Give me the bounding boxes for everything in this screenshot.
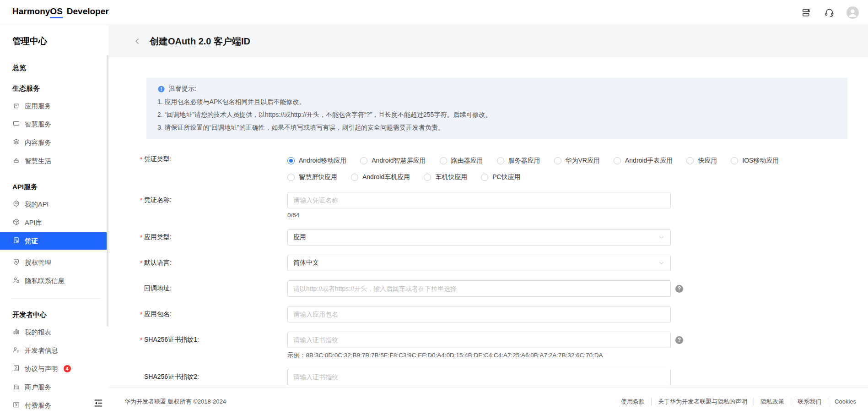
field-label-text: 回调地址: [144, 284, 172, 292]
developer-info-icon [12, 346, 20, 355]
sidebar-scrollbar[interactable] [107, 55, 108, 327]
help-icon[interactable]: ? [675, 285, 683, 293]
required-asterisk: * [140, 336, 142, 344]
brand-os: OS [50, 6, 62, 18]
sidebar-item-api-library[interactable]: API库 [12, 217, 108, 228]
radio-row-2: 智慧屏快应用 Android车机应用 车机快应用 PC快应用 [287, 166, 779, 183]
app-type-select[interactable]: 应用 [287, 229, 671, 246]
sidebar-item-label: 商户服务 [25, 383, 51, 392]
radio-label: Android车机应用 [362, 173, 410, 181]
fingerprint-example: 示例：8B:3C:0D:0C:32:B9:7B:7B:5E:F8:C3:9C:E… [287, 351, 683, 360]
sidebar-item-smart-services[interactable]: 智慧服务 [12, 119, 108, 130]
credential-name-input[interactable] [287, 192, 671, 208]
sidebar-item-smart-life[interactable]: 智慧生活 [12, 155, 108, 166]
info-icon [157, 85, 165, 93]
field-credential-name: * 凭证名称: 0/64 [140, 192, 847, 220]
sidebar-item-agreements[interactable]: 协议与声明 4 [12, 363, 108, 374]
sha256-fingerprint-1-input[interactable] [287, 332, 671, 348]
sidebar-item-my-reports[interactable]: 我的报表 [12, 327, 108, 338]
radio-circle [731, 157, 738, 164]
sidebar-section-eco: 生态服务 [12, 84, 108, 93]
main-content: 创建OAuth 2.0 客户端ID 温馨提示: 1. 应用包名必须与APK包名相… [108, 25, 868, 415]
svg-text:API: API [15, 202, 18, 205]
radio-circle [360, 157, 367, 164]
account-avatar[interactable] [846, 6, 859, 19]
radio-quick-app[interactable]: 快应用 [686, 157, 717, 165]
footer-link-privacy-policy[interactable]: 隐私政策 [754, 398, 791, 406]
radio-label: 快应用 [698, 157, 717, 165]
layers-icon [12, 138, 20, 147]
radio-android-tv-app[interactable]: Android智慧屏应用 [360, 157, 426, 165]
sidebar-item-app-services[interactable]: 应用服务 [12, 100, 108, 111]
radio-label: 路由器应用 [451, 157, 483, 165]
chevron-down-icon [658, 234, 665, 241]
package-name-input[interactable] [287, 306, 671, 322]
sidebar-item-label: 应用服务 [25, 102, 51, 110]
field-default-language: * 默认语言: 简体中文 [140, 255, 847, 271]
sidebar-item-label: 凭证 [25, 237, 38, 246]
field-label: * 默认语言: [140, 255, 287, 271]
radio-android-car-app[interactable]: Android车机应用 [351, 173, 410, 181]
credential-type-options: Android移动应用 Android智慧屏应用 路由器应用 服务器应用 华为V… [287, 151, 779, 183]
console-icon[interactable] [801, 7, 812, 18]
field-label-text: 凭证名称: [144, 196, 172, 203]
merchant-icon [12, 382, 20, 392]
screen-icon [12, 120, 20, 129]
page-title: 创建OAuth 2.0 客户端ID [150, 35, 250, 48]
callback-url-input[interactable] [287, 280, 671, 297]
select-value: 简体中文 [293, 259, 319, 267]
field-label: * 凭证类型: [140, 151, 287, 183]
footer-link-contact-us[interactable]: 联系我们 [791, 398, 828, 406]
radio-ios-mobile-app[interactable]: IOS移动应用 [731, 157, 779, 165]
radio-circle [287, 157, 295, 164]
notice-line: 3. 请保证所设置的“回调地址”的正确性，如果不填写或填写有误，则引起的安全问题… [157, 123, 836, 132]
top-header: HarmonyOSDeveloper [0, 0, 868, 25]
radio-circle [287, 174, 295, 181]
radio-label: Android移动应用 [299, 157, 346, 165]
sha256-fingerprint-2-input[interactable] [287, 369, 671, 385]
radio-android-mobile-app[interactable]: Android移动应用 [287, 157, 346, 165]
sidebar-section-dev: 开发者中心 [12, 311, 108, 319]
radio-tv-quick-app[interactable]: 智慧屏快应用 [287, 173, 337, 181]
radio-circle [614, 157, 621, 164]
footer-link-terms[interactable]: 使用条款 [615, 398, 651, 406]
sidebar-item-label: 内容服务 [25, 138, 51, 147]
sidebar-item-content-services[interactable]: 内容服务 [12, 137, 108, 148]
notice-header: 温馨提示: [157, 84, 836, 93]
sidebar-item-developer-info[interactable]: 开发者信息 [12, 345, 108, 356]
radio-circle [686, 157, 694, 164]
radio-car-quick-app[interactable]: 车机快应用 [424, 173, 467, 181]
notice-line: 1. 应用包名必须与APK包名相同并且以后不能修改。 [157, 97, 836, 106]
default-language-select[interactable]: 简体中文 [287, 255, 671, 271]
field-label-text: 应用包名: [144, 310, 172, 317]
radio-circle [440, 157, 447, 164]
sidebar-item-auth-management[interactable]: 授权管理 [12, 257, 108, 268]
support-headset-icon[interactable] [824, 7, 835, 18]
help-icon[interactable]: ? [675, 336, 683, 344]
radio-server-app[interactable]: 服务器应用 [497, 157, 540, 165]
radio-android-watch-app[interactable]: Android手表应用 [614, 157, 673, 165]
collapse-sidebar-icon[interactable] [93, 398, 104, 409]
radio-huawei-vr-app[interactable]: 华为VR应用 [554, 157, 600, 165]
field-callback-url: 回调地址: ? [140, 280, 847, 297]
sidebar-item-privacy-contact[interactable]: 隐私联系信息 [12, 275, 108, 286]
harmonyos-developer-logo: HarmonyOSDeveloper [12, 6, 109, 18]
sidebar-item-label: 协议与声明 [25, 365, 58, 373]
sidebar-item-my-api[interactable]: API 我的API [12, 199, 108, 210]
radio-pc-quick-app[interactable]: PC快应用 [481, 173, 520, 181]
footer-link-cookies[interactable]: Cookies [828, 398, 863, 405]
agreement-icon [12, 364, 20, 373]
radio-router-app[interactable]: 路由器应用 [440, 157, 483, 165]
brand-developer: Developer [67, 6, 109, 16]
sidebar-item-label: 智慧生活 [25, 157, 51, 165]
sidebar-item-overview[interactable]: 总览 [12, 64, 108, 72]
sidebar-item-label: 我的报表 [25, 328, 51, 337]
radio-row-1: Android移动应用 Android智慧屏应用 路由器应用 服务器应用 华为V… [287, 151, 779, 166]
back-icon[interactable] [132, 36, 142, 46]
footer-link-privacy-statement[interactable]: 关于华为开发者联盟与隐私的声明 [651, 398, 754, 406]
sidebar-item-credentials[interactable]: 凭证 [0, 232, 108, 250]
credential-icon [12, 236, 20, 246]
field-label-text: 默认语言: [144, 259, 172, 266]
sidebar-item-merchant-services[interactable]: 商户服务 [12, 382, 108, 393]
privacy-contact-icon [12, 276, 20, 285]
